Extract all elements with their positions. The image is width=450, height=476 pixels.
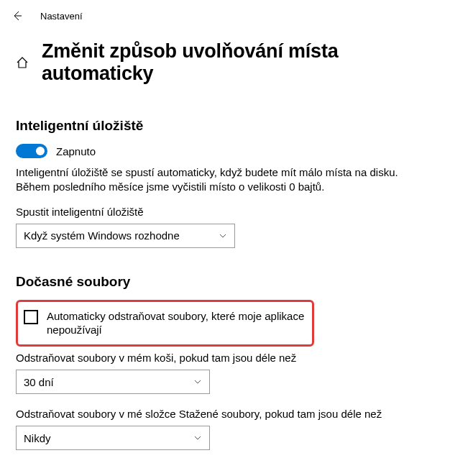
content-area: Inteligentní úložiště Zapnuto Inteligent…	[0, 118, 450, 450]
storage-sense-toggle[interactable]	[16, 144, 47, 158]
downloads-label: Odstraňovat soubory v mé složce Stažené …	[16, 407, 404, 421]
home-icon[interactable]	[16, 56, 29, 69]
select-value: 30 dní	[24, 376, 54, 388]
select-value: Nikdy	[24, 432, 51, 444]
toggle-knob	[36, 147, 45, 155]
recycle-bin-label: Odstraňovat soubory v mém koši, pokud ta…	[16, 351, 404, 365]
page-header: Změnit způsob uvolňování místa automatic…	[0, 27, 450, 92]
storage-sense-description: Inteligentní úložiště se spustí automati…	[16, 165, 404, 195]
auto-delete-highlight: Automaticky odstraňovat soubory, které m…	[16, 300, 314, 347]
titlebar: Nastavení	[0, 0, 450, 27]
app-title: Nastavení	[40, 11, 83, 22]
select-value: Když systém Windows rozhodne	[24, 229, 180, 242]
auto-delete-label: Automaticky odstraňovat soubory, které m…	[47, 309, 305, 337]
run-storage-sense-label: Spustit inteligentní úložiště	[16, 205, 404, 219]
chevron-down-icon	[193, 377, 202, 386]
downloads-select[interactable]: Nikdy	[16, 426, 210, 450]
page-title: Změnit způsob uvolňování místa automatic…	[42, 40, 434, 85]
run-storage-sense-select[interactable]: Když systém Windows rozhodne	[16, 224, 235, 248]
back-arrow-icon[interactable]	[12, 10, 23, 22]
chevron-down-icon	[219, 232, 227, 240]
section-title-temp-files: Dočasné soubory	[16, 274, 434, 290]
section-title-storage-sense: Inteligentní úložiště	[16, 118, 434, 134]
storage-sense-toggle-row: Zapnuto	[16, 144, 434, 158]
recycle-bin-select[interactable]: 30 dní	[16, 370, 210, 394]
toggle-state-label: Zapnuto	[56, 145, 96, 157]
auto-delete-checkbox[interactable]	[24, 310, 38, 324]
chevron-down-icon	[193, 434, 202, 442]
